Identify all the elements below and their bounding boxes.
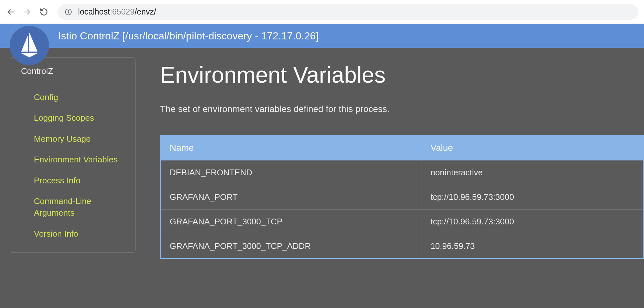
back-button[interactable] <box>6 7 15 16</box>
url-port: :65029 <box>110 7 135 16</box>
svg-marker-5 <box>21 53 38 57</box>
table-header-value: Value <box>421 135 644 160</box>
page-title: Environment Variables <box>160 62 644 88</box>
env-value: tcp://10.96.59.73:3000 <box>421 210 644 234</box>
sidebar-item-config[interactable]: Config <box>10 87 135 108</box>
address-bar[interactable]: localhost:65029/envz/ <box>57 4 638 20</box>
page-description: The set of environment variables defined… <box>160 104 644 114</box>
env-name: GRAFANA_PORT_3000_TCP <box>160 210 421 234</box>
svg-marker-7 <box>29 33 37 52</box>
env-name: DEBIAN_FRONTEND <box>160 160 421 185</box>
svg-point-4 <box>68 10 69 11</box>
env-name: GRAFANA_PORT <box>160 185 421 210</box>
table-row: GRAFANA_PORT tcp://10.96.59.73:3000 <box>160 185 644 210</box>
sidebar: ControlZ Config Logging Scopes Memory Us… <box>0 48 145 308</box>
env-value: tcp://10.96.59.73:3000 <box>421 185 644 210</box>
istio-logo[interactable] <box>10 26 49 65</box>
browser-toolbar: localhost:65029/envz/ <box>0 0 644 24</box>
url-text: localhost:65029/envz/ <box>78 7 156 16</box>
table-header-row: Name Value <box>160 135 644 160</box>
env-value: noninteractive <box>421 160 644 185</box>
table-row: GRAFANA_PORT_3000_TCP tcp://10.96.59.73:… <box>160 210 644 234</box>
sidebar-item-process-info[interactable]: Process Info <box>10 170 135 191</box>
header-title: Istio ControlZ [/usr/local/bin/pilot-dis… <box>58 30 318 42</box>
content-area: ControlZ Config Logging Scopes Memory Us… <box>0 48 644 308</box>
sidebar-title: ControlZ <box>10 66 135 83</box>
url-path: /envz/ <box>135 7 156 16</box>
sidebar-panel: ControlZ Config Logging Scopes Memory Us… <box>10 57 136 253</box>
table-row: DEBIAN_FRONTEND noninteractive <box>160 160 644 185</box>
table-header-name: Name <box>160 135 421 160</box>
sailboat-icon <box>18 33 41 58</box>
sidebar-item-environment-variables[interactable]: Environment Variables <box>10 149 135 170</box>
url-host: localhost <box>78 7 110 16</box>
reload-button[interactable] <box>39 7 48 16</box>
sidebar-item-logging-scopes[interactable]: Logging Scopes <box>10 108 135 128</box>
table-row: GRAFANA_PORT_3000_TCP_ADDR 10.96.59.73 <box>160 234 644 259</box>
info-icon[interactable] <box>65 8 72 16</box>
env-name: GRAFANA_PORT_3000_TCP_ADDR <box>160 234 421 259</box>
sidebar-item-command-line-arguments[interactable]: Command-Line Arguments <box>10 191 135 223</box>
app-header: Istio ControlZ [/usr/local/bin/pilot-dis… <box>0 24 644 48</box>
sidebar-item-memory-usage[interactable]: Memory Usage <box>10 128 135 149</box>
forward-button[interactable] <box>23 7 32 16</box>
main-content: Environment Variables The set of environ… <box>145 48 644 308</box>
env-value: 10.96.59.73 <box>421 234 644 259</box>
svg-marker-6 <box>21 35 28 52</box>
env-variables-table: Name Value DEBIAN_FRONTEND noninteractiv… <box>160 135 644 259</box>
sidebar-item-version-info[interactable]: Version Info <box>10 223 135 244</box>
